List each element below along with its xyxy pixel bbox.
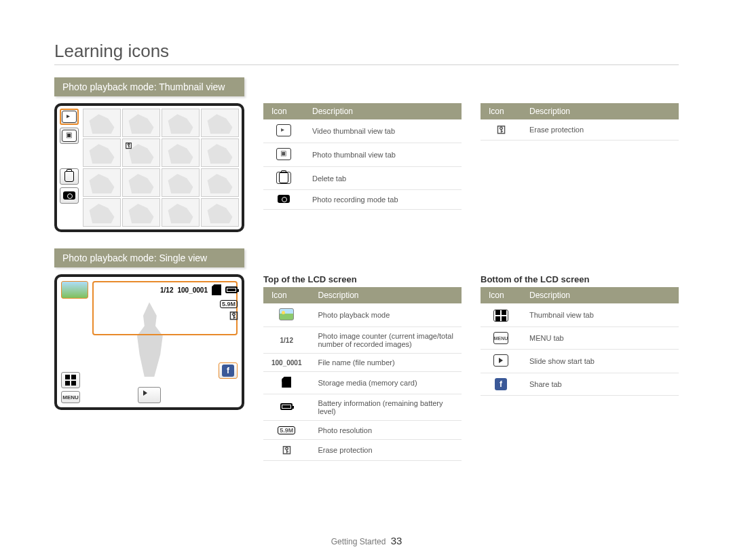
key-icon: ⚿ — [497, 124, 505, 135]
desc-cell: Delete tab — [304, 167, 462, 190]
photo-record-tab[interactable] — [60, 187, 79, 204]
th-icon: Icon — [481, 287, 521, 303]
thumbnail-cell[interactable] — [122, 109, 160, 137]
thumbnail-cell[interactable] — [162, 168, 200, 197]
thumbnail-cell[interactable] — [201, 198, 239, 227]
grid-icon — [65, 375, 76, 386]
thumbnail-view-tab[interactable] — [61, 372, 80, 388]
th-icon: Icon — [263, 287, 310, 303]
thumbnail-cell[interactable] — [83, 198, 121, 227]
photo-mode-icon — [279, 308, 294, 320]
th-desc: Description — [521, 287, 679, 303]
menu-tab[interactable]: MENU — [61, 391, 80, 403]
key-icon: ⚿ — [282, 445, 290, 455]
storage-card-icon — [212, 284, 221, 295]
video-thumbnail-tab[interactable] — [60, 109, 79, 125]
th-desc: Description — [521, 103, 679, 119]
desc-cell: Erase protection — [521, 119, 679, 141]
facebook-icon: f — [222, 365, 234, 377]
delete-tab[interactable] — [60, 168, 79, 185]
key-icon: ⚿ — [126, 142, 131, 149]
photo-thumbnail-tab[interactable] — [60, 128, 79, 144]
section-single-view-heading: Photo playback mode: Single view — [54, 248, 244, 267]
filename-label: 100_0001 — [178, 286, 208, 294]
photo-tab-icon — [276, 148, 291, 160]
video-tab-icon — [276, 124, 291, 136]
facebook-icon: f — [495, 378, 507, 390]
resolution-icon: 5.9M — [278, 426, 295, 434]
thumbnail-cell[interactable] — [122, 198, 160, 227]
desc-cell: Erase protection — [310, 440, 462, 461]
desc-cell: Video thumbnail view tab — [304, 119, 462, 143]
th-icon: Icon — [481, 103, 521, 119]
footer-section: Getting Started — [331, 537, 386, 546]
counter-icon: 1/12 — [280, 337, 293, 344]
top-lcd-table: IconDescription Photo playback mode 1/12… — [263, 287, 462, 461]
section-thumbnail-view-heading: Photo playback mode: Thumbnail view — [54, 77, 244, 96]
thumbnail-cell[interactable] — [83, 109, 121, 137]
desc-cell: Photo recording mode tab — [304, 190, 462, 210]
photo-playback-icon — [61, 281, 88, 299]
thumbnail-view-icon — [493, 310, 508, 322]
desc-cell: Photo thumbnail view tab — [304, 143, 462, 167]
single-section-row: 1/12 100_0001 5.9M ⚿ MENU f Top of the L… — [54, 274, 679, 461]
desc-cell: Thumbnail view tab — [521, 303, 679, 327]
footer-page-number: 33 — [391, 535, 402, 546]
bottom-lcd-table: IconDescription Thumbnail view tab MENUM… — [481, 287, 679, 396]
thumbnail-cell[interactable] — [83, 138, 121, 167]
thumbnail-cell[interactable]: ⚿ — [122, 138, 160, 167]
thumbnail-cell[interactable] — [162, 198, 200, 227]
menu-icon: MENU — [493, 332, 508, 344]
desc-cell: Photo resolution — [310, 421, 462, 440]
camera-icon — [278, 195, 290, 203]
desc-cell: File name (file number) — [310, 354, 462, 372]
bottom-lcd-heading: Bottom of the LCD screen — [481, 274, 679, 284]
camera-icon — [63, 191, 75, 200]
desc-cell: Photo image counter (current image/total… — [310, 327, 462, 354]
thumbnail-icon-table-1: IconDescription Video thumbnail view tab… — [263, 103, 462, 210]
page-footer: Getting Started 33 — [0, 535, 733, 546]
thumbnail-cell[interactable] — [162, 138, 200, 167]
filename-icon: 100_0001 — [271, 359, 302, 367]
thumbnail-cell[interactable] — [83, 168, 121, 197]
lcd-thumbnail-mock: ⚿ — [54, 103, 244, 232]
th-icon: Icon — [263, 103, 304, 119]
slideshow-icon — [493, 354, 508, 367]
delete-tab-icon — [276, 172, 291, 184]
thumbnail-cell[interactable] — [162, 109, 200, 137]
thumbnail-cell[interactable] — [201, 168, 239, 197]
page-title: Learning icons — [54, 41, 679, 65]
resolution-icon: 5.9M — [220, 300, 238, 308]
desc-cell: MENU tab — [521, 327, 679, 350]
battery-icon — [280, 403, 293, 410]
counter-label: 1/12 — [160, 286, 173, 294]
desc-cell: Photo playback mode — [310, 303, 462, 327]
thumbnail-cell[interactable] — [201, 109, 239, 137]
play-icon — [143, 390, 147, 396]
slideshow-tab[interactable] — [138, 387, 161, 403]
storage-card-icon — [282, 377, 291, 388]
share-tab[interactable]: f — [219, 362, 238, 379]
key-icon: ⚿ — [229, 310, 238, 321]
th-desc: Description — [304, 103, 462, 119]
thumbnail-icon-table-2: IconDescription ⚿Erase protection — [481, 103, 679, 141]
thumbnail-cell[interactable] — [201, 138, 239, 167]
top-lcd-heading: Top of the LCD screen — [263, 274, 462, 284]
th-desc: Description — [310, 287, 462, 303]
desc-cell: Storage media (memory card) — [310, 372, 462, 394]
thumbnail-section-row: ⚿ IconDescription Video thumbnail view t… — [54, 103, 679, 232]
thumbnail-cell[interactable] — [122, 168, 160, 197]
battery-icon — [225, 286, 238, 293]
desc-cell: Battery information (remaining battery l… — [310, 394, 462, 421]
desc-cell: Slide show start tab — [521, 350, 679, 373]
lcd-single-mock: 1/12 100_0001 5.9M ⚿ MENU f — [54, 274, 244, 410]
trash-icon — [64, 171, 74, 182]
desc-cell: Share tab — [521, 373, 679, 396]
